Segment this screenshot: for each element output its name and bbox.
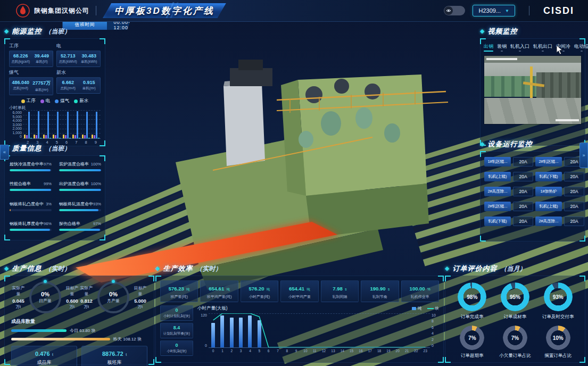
bar-工序: [43, 135, 45, 138]
order-kpi: 93% 订单及时交付率: [536, 282, 579, 320]
device-name[interactable]: 2#高压除...: [484, 187, 511, 196]
x-tick: 2: [227, 349, 236, 353]
bar-电: [74, 135, 76, 138]
tab-mill-entry[interactable]: 轧机入口: [510, 43, 529, 52]
bar-电: [45, 135, 47, 138]
device-name[interactable]: 轧机(上辊): [484, 172, 511, 181]
devices-panel: ◆ 设备运行监控 1#轧区辊... 20A 2#轧区辊... 20A 轧机(上辊…: [480, 139, 585, 242]
device-name[interactable]: 轧机(上辊): [535, 202, 562, 211]
bar-工序: [53, 135, 54, 138]
bar-新水: [79, 138, 80, 138]
x-tick: 10: [301, 349, 310, 353]
bar-电: [94, 135, 95, 138]
right-axis: 1086420: [432, 313, 439, 347]
device-name[interactable]: 轧机(下辊): [484, 217, 511, 226]
y-tick: 3,000: [9, 123, 22, 127]
tab-charging[interactable]: 装钢: [497, 43, 507, 52]
monthly-output-gauge: 实际产量 0.812 万t 0%月产量 目标产量 5.000 万t: [79, 281, 147, 313]
chart-plot: [209, 313, 430, 348]
diamond-icon: ◆: [480, 28, 484, 35]
company-logo-icon: [16, 4, 30, 18]
device-select[interactable]: H2309... ▼: [473, 5, 515, 16]
x-tick: 23: [421, 349, 430, 353]
device-current: 20A: [564, 202, 584, 211]
device-name[interactable]: 轧机(下辊): [535, 172, 562, 181]
device-current: 20A: [513, 187, 533, 196]
y-tick: 2,000: [9, 127, 22, 130]
device-select-value: H2309...: [478, 7, 501, 14]
device-current: 20A: [564, 172, 584, 181]
inventory-bar-yesterday: 昨天 108.12 块: [11, 336, 147, 342]
device-current: 20A: [564, 217, 584, 226]
device-name[interactable]: 2#高压除...: [535, 217, 562, 226]
company-name: 陕钢集团汉钢公司: [34, 6, 89, 15]
collapse-left-handle[interactable]: «: [0, 145, 9, 160]
y-tick: 1,000: [9, 131, 22, 135]
order-kpi: 98% 订单完成率: [451, 282, 494, 320]
legend-dot: [21, 99, 25, 103]
mouse-cursor: [556, 45, 564, 55]
diamond-icon: ◆: [4, 265, 9, 272]
bar-煤气: [47, 112, 49, 138]
legend-dot: [74, 99, 78, 103]
energy-hourly-chart: 6,0005,0004,0003,0002,0001,0000 23456789: [9, 111, 101, 145]
bar-新水: [69, 138, 71, 138]
x-tick: 9: [292, 349, 301, 353]
bar-煤气: [77, 111, 78, 138]
x-axis: 01234567891011121314151617181920212223: [209, 349, 430, 353]
finished-store-card: 0.476 t 成品库: [11, 346, 77, 366]
device-current: 20A: [564, 187, 584, 196]
quality-item: 钢板终轧厚度命中96%: [10, 221, 52, 235]
y-tick: 6,000: [9, 111, 22, 114]
camera-tabs: 出钢 装钢 轧机入口 轧机出口 中间冷 电动辊: [484, 43, 582, 52]
energy-card-water: 新水 6.662总耗(m³/t) 0.915单耗(m³): [56, 69, 101, 95]
efficiency-stat: 654.41 吨小时平均产量: [280, 280, 318, 302]
tab-tapping[interactable]: 出钢: [484, 43, 493, 52]
efficiency-stat: 100.00 %轧机作业率: [401, 280, 439, 302]
x-tick: 4: [245, 349, 254, 353]
bar-煤气: [67, 112, 69, 138]
bar-工序: [72, 135, 74, 138]
device-name[interactable]: 2#轧区辊...: [484, 202, 511, 211]
quality-item: 超快冷温度命中率97%: [10, 161, 52, 175]
cctv-timestamp-overlay: [486, 58, 517, 60]
x-tick: 22: [411, 349, 420, 353]
bar-电: [55, 135, 56, 138]
header-divider: [96, 6, 96, 15]
slab-store-card: 8876.72 t 板坯库: [81, 346, 147, 366]
energy-panel: ◆ 能源监控 （当班） 工序 68.226总耗(kgce/t) 39.449单耗…: [4, 27, 105, 146]
x-tick: 7: [273, 349, 282, 353]
efficiency-stat: 576.20 吨小时产量(吨): [241, 280, 278, 302]
x-tick: 20: [393, 349, 402, 353]
device-name[interactable]: 1#轧区辊...: [484, 157, 511, 167]
bar-新水: [98, 138, 100, 138]
y-tick: 5,000: [9, 115, 22, 119]
order-kpi: 10% 搁置订单占比: [536, 326, 579, 359]
device-name[interactable]: 2#轧区辊...: [535, 157, 562, 167]
cctv-feed[interactable]: [484, 55, 582, 124]
legend-dot: [55, 99, 59, 103]
legend-pieces: 块: [427, 306, 440, 311]
quality-item: 出炉温度合格率100%: [59, 181, 101, 195]
left-axis: 1200: [197, 313, 207, 347]
plan-stat: 0小时计划轧制(块): [160, 305, 193, 321]
bar-新水: [88, 138, 90, 138]
bar-legend-chip: [412, 307, 416, 310]
x-tick: 19: [384, 349, 393, 353]
bar-新水: [49, 138, 51, 138]
device-current: 20A: [513, 202, 533, 211]
visibility-toggle[interactable]: [444, 6, 465, 15]
bar-煤气: [38, 111, 39, 138]
collapse-right-handle[interactable]: »: [579, 143, 588, 168]
tab-mill-exit[interactable]: 轧机出口: [533, 43, 552, 52]
x-tick: 16: [356, 349, 365, 353]
dashboard-stage: 陕钢集团汉钢公司 中厚板3D数字化产线 H2309... ▼ CISDI 轧线状…: [0, 0, 588, 366]
quality-item: 装炉温度合格率100%: [59, 161, 101, 175]
bar-新水: [40, 138, 42, 138]
plan-stat: 0小时轧制(块): [160, 340, 193, 356]
device-name[interactable]: 1#加热炉: [535, 187, 562, 196]
tab-motor-roller[interactable]: 电动辊: [574, 43, 588, 52]
device-current: 20A: [513, 217, 533, 226]
x-tick: 8: [283, 349, 292, 353]
bar-group: [72, 111, 80, 138]
